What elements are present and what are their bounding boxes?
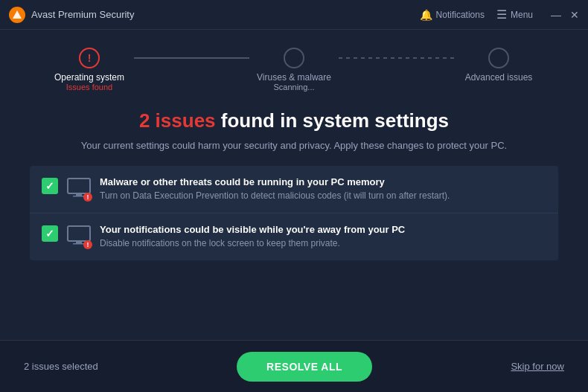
skip-for-now-link[interactable]: Skip for now xyxy=(511,361,564,372)
menu-icon: ☰ xyxy=(496,7,507,22)
step-2-circle xyxy=(284,48,304,68)
issue-2-checkbox[interactable]: ✓ xyxy=(42,225,58,242)
issue-1-text: Malware or other threats could be runnin… xyxy=(100,176,546,202)
issues-subtext: Your current settings could harm your se… xyxy=(30,140,558,151)
bottom-bar: 2 issues selected RESOLVE ALL Skip for n… xyxy=(0,340,588,392)
issue-1-badge: ! xyxy=(83,193,92,202)
close-button[interactable]: ✕ xyxy=(570,10,579,20)
issues-selected-label: 2 issues selected xyxy=(24,361,98,372)
issue-item-2: ✓ ! Your notifications could be visible … xyxy=(30,213,558,260)
check-icon-1: ✓ xyxy=(45,180,54,192)
issues-heading: 2 issues found in system settings xyxy=(30,109,558,132)
issue-item-1: ✓ ! Malware or other threats could be ru… xyxy=(30,166,558,213)
resolve-all-button[interactable]: RESOLVE ALL xyxy=(237,352,372,382)
issues-heading-wrap: 2 issues found in system settings xyxy=(30,109,558,132)
issue-1-desc: Turn on Data Execution Prevention to det… xyxy=(100,190,546,202)
issue-1-checkbox[interactable]: ✓ xyxy=(42,178,58,194)
progress-stepper: ! Operating system Issues found Viruses … xyxy=(30,48,558,91)
titlebar: Avast Premium Security 🔔 Notifications ☰… xyxy=(0,0,588,30)
step-1-circle: ! xyxy=(79,48,100,68)
app-title: Avast Premium Security xyxy=(31,9,134,20)
issues-rest: found in system settings xyxy=(216,109,450,132)
connector-1 xyxy=(134,57,249,59)
issue-2-badge: ! xyxy=(83,240,92,249)
issue-2-icon-wrap: ! xyxy=(67,225,91,248)
step-2-sublabel: Scanning... xyxy=(257,83,331,91)
titlebar-right: 🔔 Notifications ☰ Menu — ✕ xyxy=(420,7,579,22)
notifications-button[interactable]: 🔔 Notifications xyxy=(420,9,485,21)
step-1-sublabel: Issues found xyxy=(54,83,124,91)
svg-rect-0 xyxy=(68,179,90,193)
step-3-circle xyxy=(488,48,509,68)
svg-rect-3 xyxy=(68,226,90,241)
svg-rect-4 xyxy=(76,241,82,243)
bell-icon: 🔔 xyxy=(420,9,432,21)
notifications-label: Notifications xyxy=(436,10,485,20)
step-2-label: Viruses & malware Scanning... xyxy=(257,72,331,91)
issue-2-desc: Disable notifications on the lock screen… xyxy=(100,237,546,250)
step-1-title: Operating system xyxy=(54,72,124,83)
step-2-title: Viruses & malware xyxy=(257,72,331,83)
window-controls: — ✕ xyxy=(551,10,579,20)
issue-2-text: Your notifications could be visible whil… xyxy=(100,224,546,250)
menu-label: Menu xyxy=(511,10,533,20)
step-3-label: Advanced issues xyxy=(465,72,533,83)
issues-list: ✓ ! Malware or other threats could be ru… xyxy=(30,166,558,260)
minimize-button[interactable]: — xyxy=(551,10,561,20)
step-3: Advanced issues xyxy=(454,48,543,83)
issue-1-title: Malware or other threats could be runnin… xyxy=(100,176,546,187)
step-1: ! Operating system Issues found xyxy=(45,48,134,91)
avast-logo xyxy=(9,7,25,23)
titlebar-left: Avast Premium Security xyxy=(9,7,134,23)
connector-2 xyxy=(339,57,454,59)
step-3-title: Advanced issues xyxy=(465,72,533,83)
svg-rect-1 xyxy=(76,193,82,196)
menu-button[interactable]: ☰ Menu xyxy=(496,7,533,22)
main-content: ! Operating system Issues found Viruses … xyxy=(0,30,588,340)
step-2: Viruses & malware Scanning... xyxy=(249,48,339,91)
issue-1-icon-wrap: ! xyxy=(67,178,91,200)
issue-2-title: Your notifications could be visible whil… xyxy=(100,224,546,235)
check-icon-2: ✓ xyxy=(45,228,54,240)
issues-count: 2 issues xyxy=(139,109,216,132)
step-1-label: Operating system Issues found xyxy=(54,72,124,91)
